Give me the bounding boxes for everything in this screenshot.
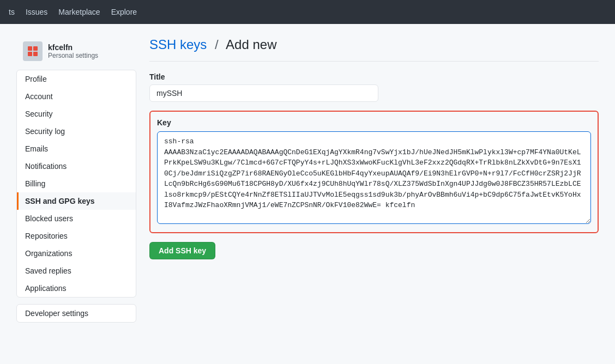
svg-rect-2 — [28, 52, 32, 56]
breadcrumb-current: Add new — [226, 37, 276, 52]
svg-rect-1 — [33, 46, 38, 51]
add-ssh-key-button[interactable]: Add SSH key — [149, 242, 215, 259]
sidebar-item-account[interactable]: Account — [17, 88, 136, 105]
sidebar-item-billing[interactable]: Billing — [17, 175, 136, 192]
main-content: SSH keys / Add new Title Key Add SSH key — [149, 37, 599, 259]
sidebar-item-ssh-gpg-keys[interactable]: SSH and GPG keys — [17, 192, 136, 210]
nav-item-ts[interactable]: ts — [9, 8, 15, 16]
sidebar-developer-settings: Developer settings — [16, 304, 136, 323]
sidebar-item-security[interactable]: Security — [17, 105, 136, 123]
svg-rect-3 — [33, 52, 38, 56]
breadcrumb-separator: / — [215, 37, 219, 52]
sidebar-user-info: kfcelfn Personal settings — [48, 43, 98, 60]
svg-rect-0 — [28, 46, 32, 51]
sidebar-item-security-log[interactable]: Security log — [17, 123, 136, 140]
sidebar-user-profile: kfcelfn Personal settings — [16, 37, 136, 70]
title-label: Title — [149, 72, 599, 81]
page-container: kfcelfn Personal settings Profile Accoun… — [8, 37, 607, 323]
sidebar-item-emails[interactable]: Emails — [17, 140, 136, 157]
title-form-group: Title — [149, 72, 599, 102]
page-header: SSH keys / Add new — [149, 37, 599, 62]
sidebar-item-blocked-users[interactable]: Blocked users — [17, 210, 136, 227]
sidebar-item-saved-replies[interactable]: Saved replies — [17, 262, 136, 280]
sidebar-item-applications[interactable]: Applications — [17, 280, 136, 297]
page-title: SSH keys / Add new — [149, 37, 276, 52]
nav-item-marketplace[interactable]: Marketplace — [58, 8, 100, 16]
avatar — [23, 41, 43, 61]
sidebar: kfcelfn Personal settings Profile Accoun… — [16, 37, 136, 323]
sidebar-item-notifications[interactable]: Notifications — [17, 157, 136, 175]
key-label: Key — [157, 118, 591, 127]
sidebar-username: kfcelfn — [48, 43, 98, 52]
sidebar-item-organizations[interactable]: Organizations — [17, 245, 136, 262]
top-navigation: ts Issues Marketplace Explore — [0, 0, 615, 24]
key-section: Key — [149, 111, 599, 233]
title-input[interactable] — [149, 84, 378, 102]
key-textarea[interactable] — [157, 131, 591, 224]
sidebar-item-repositories[interactable]: Repositories — [17, 227, 136, 245]
sidebar-nav: Profile Account Security Security log Em… — [16, 70, 136, 298]
nav-item-explore[interactable]: Explore — [111, 8, 137, 16]
nav-item-issues[interactable]: Issues — [26, 8, 47, 16]
breadcrumb-parent[interactable]: SSH keys — [149, 37, 207, 52]
sidebar-item-developer-settings[interactable]: Developer settings — [17, 305, 136, 322]
sidebar-item-profile[interactable]: Profile — [17, 70, 136, 88]
sidebar-subtitle: Personal settings — [48, 52, 98, 59]
